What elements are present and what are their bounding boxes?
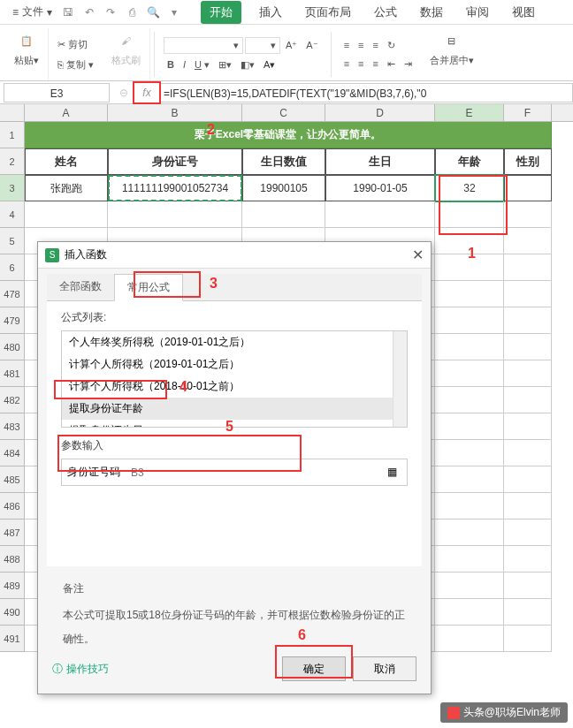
scrollbar[interactable] (393, 331, 407, 427)
qat-print-icon[interactable]: ⎙ (123, 4, 141, 21)
tab-review[interactable]: 审阅 (461, 1, 494, 24)
cell-E490[interactable] (435, 599, 504, 626)
cell-F488[interactable] (504, 546, 552, 573)
header-age[interactable]: 年龄 (435, 148, 504, 175)
row-3[interactable]: 3 (0, 175, 25, 201)
tab-insert[interactable]: 插入 (254, 1, 287, 24)
func-item-4[interactable]: 提取身份证生日 (62, 420, 407, 428)
cell-E489[interactable] (435, 573, 504, 599)
copy-button[interactable]: ⎘ 复制▾ (54, 57, 97, 73)
cell-C3[interactable]: 19900105 (242, 175, 325, 201)
orient-icon[interactable]: ↻ (384, 38, 399, 53)
font-family[interactable]: ▾ (164, 37, 243, 54)
cell-F483[interactable] (504, 413, 552, 440)
merge-center-button[interactable]: ⊟ 合并居中▾ (426, 28, 478, 69)
header-sex[interactable]: 性别 (504, 148, 552, 175)
font-inc-icon[interactable]: A⁺ (282, 37, 301, 54)
font-dec-icon[interactable]: A⁻ (302, 37, 321, 54)
cell-F491[interactable] (504, 626, 552, 652)
ok-button[interactable]: 确定 (282, 656, 346, 681)
cell-E484[interactable] (435, 440, 504, 466)
indent-inc-icon[interactable]: ⇥ (401, 57, 416, 72)
param-value-input[interactable]: B3 (131, 466, 387, 479)
row-2[interactable]: 2 (0, 148, 25, 175)
cell-E481[interactable] (435, 360, 504, 387)
cell-E488[interactable] (435, 546, 504, 573)
formula-input[interactable]: =IFS(LEN(B3)=15,DATEDIF(TEXT("19"&MID(B3… (159, 83, 573, 102)
row-490[interactable]: 490 (0, 599, 25, 626)
cell-E485[interactable] (435, 466, 504, 493)
formula-list[interactable]: 个人年终奖所得税（2019-01-01之后） 计算个人所得税（2019-01-0… (61, 330, 408, 428)
cell-F6[interactable] (504, 254, 552, 281)
cell-F489[interactable] (504, 573, 552, 599)
row-6[interactable]: 6 (0, 254, 25, 281)
underline-button[interactable]: U▾ (191, 57, 213, 72)
row-483[interactable]: 483 (0, 413, 25, 440)
cell-F480[interactable] (504, 334, 552, 360)
row-491[interactable]: 491 (0, 626, 25, 652)
col-D[interactable]: D (325, 104, 435, 121)
cell-E6[interactable] (435, 254, 504, 281)
align-top-icon[interactable]: ≡ (340, 38, 353, 53)
col-A[interactable]: A (25, 104, 108, 121)
cell-F486[interactable] (504, 493, 552, 519)
cell-D3[interactable]: 1990-01-05 (325, 175, 435, 201)
col-C[interactable]: C (242, 104, 325, 121)
indent-dec-icon[interactable]: ⇤ (384, 57, 399, 72)
cell-B4[interactable] (108, 201, 242, 228)
file-menu[interactable]: ≡文件▾ (7, 3, 57, 21)
align-right-icon[interactable]: ≡ (370, 57, 382, 72)
fx-button[interactable]: fx (134, 83, 159, 102)
cell-F482[interactable] (504, 387, 552, 413)
cell-F485[interactable] (504, 466, 552, 493)
row-484[interactable]: 484 (0, 440, 25, 466)
row-482[interactable]: 482 (0, 387, 25, 413)
banner-cell[interactable]: 栗子Excel零基础课堂，让办公更简单。 (25, 122, 552, 148)
qat-preview-icon[interactable]: 🔍 (144, 4, 162, 21)
func-item-2[interactable]: 计算个人所得税（2018-10-01之前） (62, 375, 407, 398)
tab-all-functions[interactable]: 全部函数 (47, 274, 114, 300)
align-mid-icon[interactable]: ≡ (355, 38, 367, 53)
qat-save-icon[interactable]: 🖫 (59, 4, 77, 21)
cancel-button[interactable]: 取消 (353, 656, 416, 681)
cell-F478[interactable] (504, 281, 552, 307)
tips-link[interactable]: ⓘ 操作技巧 (52, 662, 109, 677)
row-486[interactable]: 486 (0, 493, 25, 519)
cell-E478[interactable] (435, 281, 504, 307)
row-1[interactable]: 1 (0, 122, 25, 148)
cancel-formula-icon[interactable]: ⊖ (115, 84, 133, 102)
cell-A4[interactable] (25, 201, 108, 228)
cell-E482[interactable] (435, 387, 504, 413)
cell-C4[interactable] (242, 201, 325, 228)
qat-more-icon[interactable]: ▾ (165, 4, 183, 21)
cell-F490[interactable] (504, 599, 552, 626)
font-color-button[interactable]: A▾ (260, 57, 279, 72)
row-479[interactable]: 479 (0, 307, 25, 334)
cell-F5[interactable] (504, 228, 552, 254)
cell-D4[interactable] (325, 201, 435, 228)
row-485[interactable]: 485 (0, 466, 25, 493)
cell-F479[interactable] (504, 307, 552, 334)
format-painter-button[interactable]: 🖌 格式刷 (108, 28, 144, 69)
tab-layout[interactable]: 页面布局 (300, 1, 356, 24)
tab-home[interactable]: 开始 (201, 1, 241, 24)
col-E[interactable]: E (435, 104, 504, 121)
cell-F4[interactable] (504, 201, 552, 228)
func-item-0[interactable]: 个人年终奖所得税（2019-01-01之后） (62, 331, 407, 353)
cell-F487[interactable] (504, 519, 552, 546)
cell-A3[interactable]: 张跑跑 (25, 175, 108, 201)
font-size[interactable]: ▾ (245, 37, 280, 54)
select-all-corner[interactable] (0, 104, 25, 121)
qat-redo-icon[interactable]: ↷ (102, 4, 119, 21)
qat-undo-icon[interactable]: ↶ (80, 4, 98, 21)
tab-common-formulas[interactable]: 常用公式 (114, 274, 183, 301)
cell-E479[interactable] (435, 307, 504, 334)
cell-F481[interactable] (504, 360, 552, 387)
border-button[interactable]: ⊞▾ (215, 57, 235, 72)
cell-E4[interactable] (435, 201, 504, 228)
col-F[interactable]: F (504, 104, 552, 121)
func-item-1[interactable]: 计算个人所得税（2019-01-01之后） (62, 353, 407, 375)
row-4[interactable]: 4 (0, 201, 25, 228)
cell-F484[interactable] (504, 440, 552, 466)
header-bd-num[interactable]: 生日数值 (242, 148, 325, 175)
